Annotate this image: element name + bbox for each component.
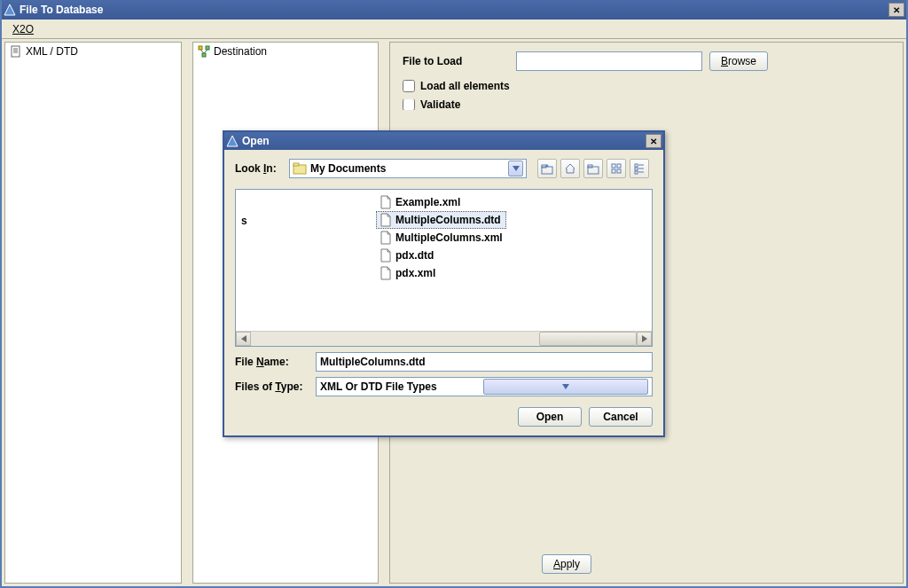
up-folder-button[interactable] [537,159,557,178]
file-item[interactable]: pdx.xml [376,264,506,282]
look-in-label: Look In: [235,162,284,175]
scroll-left-button[interactable] [236,332,251,346]
file-list: s Example.xml MultipleColumns.dtd Multip… [236,190,652,330]
file-item[interactable]: MultipleColumns.xml [376,229,506,247]
main-title: File To Database [20,4,888,16]
open-dialog: Open ✕ Look In: My Documents s [223,130,665,437]
cancel-button[interactable]: Cancel [589,407,653,427]
file-icon [380,213,392,227]
file-list-fragment: s [238,213,251,229]
file-item[interactable]: Example.xml [376,193,506,211]
main-titlebar: File To Database ✕ [2,0,906,20]
svg-marker-32 [562,384,569,389]
splitter-1[interactable] [185,42,189,584]
chevron-down-icon [483,379,648,395]
browse-button[interactable]: Browse [709,51,768,71]
file-name-input[interactable] [316,352,653,372]
details-view-button[interactable] [630,159,649,178]
scroll-track[interactable] [251,332,637,346]
dialog-title: Open [242,135,646,147]
svg-marker-30 [241,335,247,342]
svg-line-9 [204,50,207,53]
file-item[interactable]: MultipleColumns.dtd [376,211,506,229]
file-column: Example.xml MultipleColumns.dtd Multiple… [376,193,506,282]
svg-rect-21 [617,164,621,168]
svg-rect-5 [199,46,202,50]
file-name-label: File Name: [235,356,310,368]
load-all-checkbox[interactable] [403,80,415,92]
svg-rect-7 [202,53,206,57]
files-of-type-combo[interactable]: XML Or DTD File Types [316,377,653,396]
validate-label: Validate [420,99,460,110]
svg-rect-1 [12,46,20,57]
panel-destination-header: Destination [193,43,378,60]
home-button[interactable] [560,159,580,178]
scroll-thumb[interactable] [539,332,637,346]
tree-icon [198,45,210,58]
file-to-load-input[interactable] [516,51,702,71]
dialog-button-row: Open Cancel [235,407,653,427]
file-icon [380,231,392,245]
files-of-type-value: XML Or DTD File Types [320,380,483,393]
file-item[interactable]: pdx.dtd [376,247,506,264]
menu-x2o[interactable]: X2O [7,21,39,37]
open-button[interactable]: Open [518,407,582,427]
svg-marker-0 [4,4,15,15]
menubar: X2O [2,20,906,39]
app-icon [4,4,16,16]
panel-destination-label: Destination [214,45,267,58]
svg-marker-31 [642,335,647,342]
folder-icon [293,162,307,175]
apply-button[interactable]: Apply [542,554,591,574]
file-list-area: s Example.xml MultipleColumns.dtd Multip… [235,189,653,347]
files-of-type-label: Files of Type: [235,380,310,393]
svg-rect-20 [612,164,615,168]
load-all-row: Load all elements [403,80,890,92]
panel-xml-dtd: XML / DTD [4,42,182,584]
file-icon [380,195,392,209]
svg-rect-6 [206,46,209,50]
svg-rect-28 [635,171,638,174]
look-in-combo[interactable]: My Documents [289,159,527,178]
new-folder-button[interactable] [583,159,603,178]
validate-checkbox[interactable] [403,99,415,110]
file-to-load-row: File to Load Browse [403,51,890,71]
look-in-row: Look In: My Documents [235,159,653,178]
look-in-value: My Documents [310,162,508,175]
scroll-right-button[interactable] [637,332,652,346]
load-all-label: Load all elements [420,80,510,92]
svg-rect-12 [294,163,299,166]
apply-row: Apply [403,554,890,574]
svg-marker-17 [566,164,575,173]
dialog-app-icon [226,135,239,147]
panel-xml-dtd-header: XML / DTD [5,43,181,60]
dialog-toolbar [537,159,649,178]
files-of-type-row: Files of Type: XML Or DTD File Types [235,377,653,396]
file-name-row: File Name: [235,352,653,372]
svg-marker-13 [513,166,520,171]
file-to-load-label: File to Load [403,55,509,67]
dialog-close-button[interactable]: ✕ [646,134,661,148]
svg-marker-10 [227,136,238,146]
dialog-titlebar: Open ✕ [224,132,663,150]
document-icon [10,45,22,58]
svg-rect-22 [612,169,615,173]
svg-rect-23 [617,169,621,173]
file-list-scrollbar[interactable] [236,331,652,346]
validate-row: Validate [403,99,890,110]
svg-line-8 [200,50,204,53]
chevron-down-icon [508,161,523,176]
panel-xml-dtd-label: XML / DTD [26,45,78,58]
main-close-button[interactable]: ✕ [888,3,904,17]
list-view-button[interactable] [607,159,626,178]
file-icon [380,248,392,263]
svg-rect-24 [635,164,638,167]
dialog-body: Look In: My Documents s [224,150,663,435]
file-icon [380,266,392,280]
svg-rect-26 [635,168,638,170]
